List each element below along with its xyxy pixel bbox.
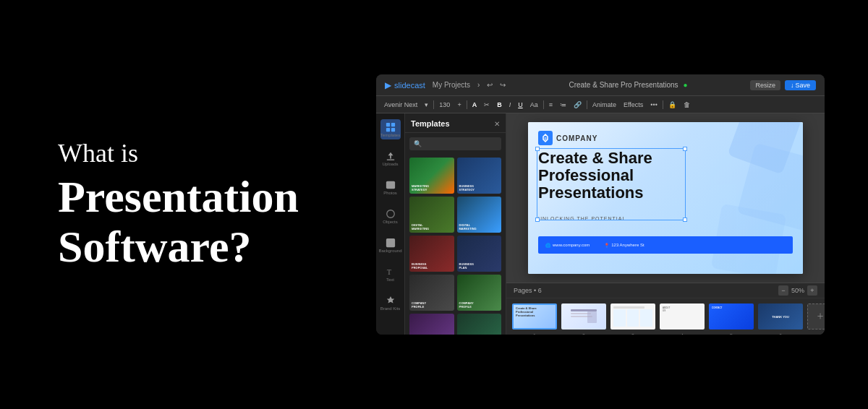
undo-icon[interactable]: ↩: [487, 81, 493, 89]
app-logo-text: slidecast: [394, 81, 425, 90]
add-page-button[interactable]: +: [807, 303, 825, 330]
nav-text[interactable]: My Projects: [433, 81, 470, 89]
panel-header: Templates ✕: [405, 113, 506, 133]
scissors-icon[interactable]: ✂: [482, 101, 492, 108]
delete-icon[interactable]: 🗑: [681, 101, 692, 108]
nav-arrow: ›: [477, 81, 480, 89]
toolbar: Avenir Next ▾ 130 + A ✂ B I U Aa ≡ ≔ 🔗 A…: [376, 96, 825, 113]
page-num-6: 6: [758, 333, 803, 335]
search-bar[interactable]: 🔍: [409, 137, 501, 150]
sidebar-background-label: Background: [378, 249, 401, 253]
sidebar-objects-label: Objects: [383, 220, 397, 224]
pages-strip: Create & ShareProfessionalPresentations …: [506, 298, 825, 335]
window-title: Create & Share Pro Presentations ●: [511, 81, 744, 89]
list-button[interactable]: ≔: [558, 101, 569, 108]
bold-button[interactable]: B: [495, 101, 504, 108]
page-thumb-2[interactable]: [561, 303, 606, 330]
svg-rect-3: [391, 127, 394, 131]
panel-title: Templates: [411, 119, 450, 128]
template-8[interactable]: COMPANYPROFILE: [457, 275, 502, 311]
zoom-in-button[interactable]: +: [807, 285, 817, 296]
page-thumb-3[interactable]: [610, 303, 655, 330]
page-thumb-4[interactable]: ABOUTUS: [660, 303, 705, 330]
page-num-4: 4: [660, 333, 705, 335]
page-thumb-6[interactable]: THANK YOU: [758, 303, 803, 330]
zoom-out-button[interactable]: −: [778, 285, 788, 296]
template-1[interactable]: MARKETINGSTRATEGY: [409, 158, 454, 194]
top-bar-actions: Resize ↓Save: [750, 80, 816, 90]
more-options-icon[interactable]: •••: [648, 101, 659, 108]
headline-small: What is: [58, 138, 289, 169]
sidebar-templates-label: Templates: [380, 133, 400, 137]
svg-text:T: T: [386, 268, 391, 276]
svg-rect-8: [386, 238, 394, 246]
sidebar-uploads-label: Uploads: [382, 162, 398, 166]
sidebar-item-background[interactable]: Background: [380, 235, 401, 255]
svg-rect-4: [386, 159, 394, 160]
svg-rect-2: [386, 127, 389, 131]
main-area: Templates Uploads Photos Objects Backgro…: [376, 113, 825, 335]
effects-button[interactable]: Effects: [621, 101, 645, 108]
template-5[interactable]: BUSINESSPROPOSAL: [409, 236, 454, 272]
slide-website: 🌐 www.company.com: [545, 243, 590, 248]
slide-bottom-bar: 🌐 www.company.com 📍 123 Anywhere St: [538, 236, 793, 254]
link-button[interactable]: 🔗: [571, 101, 584, 108]
sidebar-item-uploads[interactable]: Uploads: [380, 148, 401, 168]
page-num-1: 1: [512, 333, 557, 335]
italic-button[interactable]: I: [507, 101, 514, 108]
sidebar-text-label: Text: [386, 277, 394, 282]
toolbar-divider-3: [543, 100, 544, 109]
resize-button[interactable]: Resize: [750, 80, 780, 90]
canvas-wrapper: COMPANY Create & Share Professional Pres…: [506, 113, 825, 283]
company-logo: [538, 131, 553, 145]
template-10[interactable]: BUSINESSPLAN: [457, 314, 502, 335]
align-left-button[interactable]: ≡: [547, 101, 555, 108]
globe-icon: 🌐: [545, 243, 550, 248]
page-thumb-5[interactable]: CONTACT: [709, 303, 754, 330]
templates-panel: Templates ✕ 🔍 MARKETINGSTRATEGY BUSINESS…: [405, 113, 506, 335]
template-3[interactable]: DIGITALMARKETING: [409, 197, 454, 233]
sidebar-item-text[interactable]: T Text: [380, 264, 401, 284]
chevron-down-icon[interactable]: ▾: [422, 101, 430, 108]
save-icon: ↓: [791, 82, 794, 89]
pages-label: Pages • 6: [514, 287, 542, 294]
template-9[interactable]: MARKETING: [409, 314, 454, 335]
template-6[interactable]: BUSINESSPLAN: [457, 236, 502, 272]
toolbar-divider-1: [433, 100, 434, 109]
slide-title: Create & Share Professional Presentation…: [538, 150, 683, 202]
animate-button[interactable]: Animate: [590, 101, 618, 108]
search-icon: 🔍: [414, 140, 422, 147]
page-thumb-1[interactable]: Create & ShareProfessionalPresentations: [512, 303, 557, 330]
app-logo-icon: ▶: [385, 80, 391, 90]
svg-point-7: [386, 210, 394, 218]
text-color-button[interactable]: A: [470, 101, 480, 108]
sidebar-item-objects[interactable]: Objects: [380, 206, 401, 226]
sidebar-item-templates[interactable]: Templates: [380, 119, 401, 139]
template-4[interactable]: DIGITALMARKETING: [457, 197, 502, 233]
svg-rect-13: [571, 309, 597, 311]
size-aa-button[interactable]: Aa: [528, 101, 540, 108]
left-section: What is Presentation Software?: [0, 95, 333, 314]
app-window: ▶ slidecast My Projects › ↩ ↪ Create & S…: [376, 74, 825, 335]
toolbar-divider-4: [587, 100, 587, 109]
slide-canvas[interactable]: COMPANY Create & Share Professional Pres…: [528, 122, 803, 274]
right-section: ▶ slidecast My Projects › ↩ ↪ Create & S…: [333, 53, 868, 356]
svg-rect-16: [587, 311, 597, 323]
sidebar-item-photos[interactable]: Photos: [380, 177, 401, 197]
font-selector[interactable]: Avenir Next: [382, 101, 420, 108]
slide-subtitle: UNLOCKING THE POTENTIAL: [538, 216, 626, 221]
underline-button[interactable]: U: [516, 101, 525, 108]
save-button[interactable]: ↓Save: [785, 80, 816, 90]
sidebar: Templates Uploads Photos Objects Backgro…: [376, 113, 405, 335]
headline-large: Presentation Software?: [58, 172, 289, 270]
sidebar-photos-label: Photos: [383, 191, 397, 195]
redo-icon[interactable]: ↪: [500, 81, 506, 89]
lock-icon[interactable]: 🔒: [666, 101, 678, 108]
sidebar-item-brand-kits[interactable]: Brand Kits: [380, 293, 401, 313]
font-size[interactable]: 130: [437, 101, 452, 108]
font-size-plus[interactable]: +: [455, 101, 463, 108]
template-2[interactable]: BUSINESSSTRATEGY: [457, 158, 502, 194]
template-7[interactable]: COMPANYPROFILE: [409, 275, 454, 311]
zoom-value: 50%: [791, 287, 804, 294]
panel-close-icon[interactable]: ✕: [494, 120, 500, 128]
